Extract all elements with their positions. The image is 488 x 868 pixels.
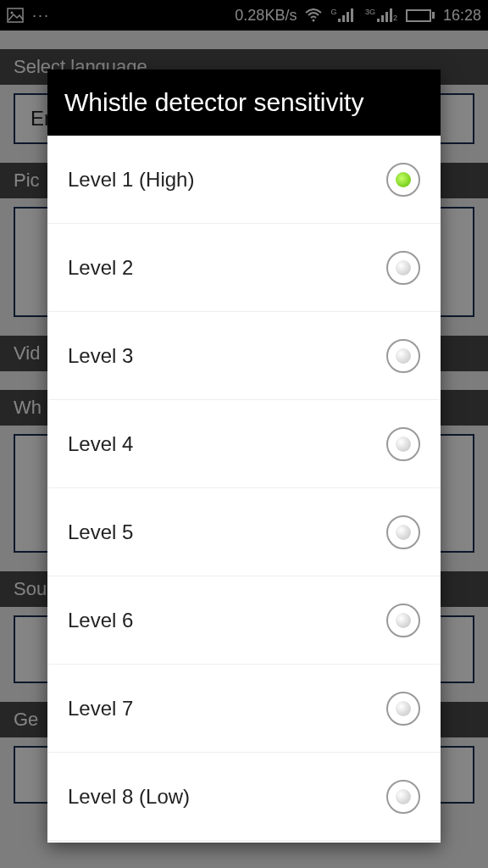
sensitivity-option-5[interactable]: Level 5 xyxy=(47,488,441,576)
option-label: Level 3 xyxy=(68,344,133,368)
radio-unselected-icon xyxy=(396,437,411,452)
option-label: Level 5 xyxy=(68,520,133,544)
sensitivity-option-8[interactable]: Level 8 (Low) xyxy=(47,753,441,841)
option-label: Level 4 xyxy=(68,432,133,456)
radio-button[interactable] xyxy=(386,692,420,726)
radio-unselected-icon xyxy=(396,260,411,275)
radio-button[interactable] xyxy=(386,251,420,285)
dialog-option-list: Level 1 (High)Level 2Level 3Level 4Level… xyxy=(47,136,441,843)
radio-selected-icon xyxy=(396,172,411,187)
sensitivity-option-7[interactable]: Level 7 xyxy=(47,665,441,753)
sensitivity-dialog: Whistle detector sensitivity Level 1 (Hi… xyxy=(47,70,441,843)
option-label: Level 1 (High) xyxy=(68,168,194,192)
radio-button[interactable] xyxy=(386,780,420,814)
radio-button[interactable] xyxy=(386,163,420,197)
radio-unselected-icon xyxy=(396,701,411,716)
sensitivity-option-3[interactable]: Level 3 xyxy=(47,312,441,400)
sensitivity-option-2[interactable]: Level 2 xyxy=(47,224,441,312)
radio-button[interactable] xyxy=(386,515,420,549)
option-label: Level 6 xyxy=(68,609,133,632)
radio-button[interactable] xyxy=(386,604,420,637)
sensitivity-option-6[interactable]: Level 6 xyxy=(47,576,441,665)
option-label: Level 8 (Low) xyxy=(68,785,190,809)
sensitivity-option-1[interactable]: Level 1 (High) xyxy=(47,136,441,224)
radio-button[interactable] xyxy=(386,427,420,461)
dialog-title: Whistle detector sensitivity xyxy=(47,70,441,136)
radio-unselected-icon xyxy=(396,348,411,364)
radio-unselected-icon xyxy=(396,613,411,628)
option-label: Level 7 xyxy=(68,697,133,721)
radio-unselected-icon xyxy=(396,525,411,540)
sensitivity-option-4[interactable]: Level 4 xyxy=(47,400,441,488)
radio-unselected-icon xyxy=(396,789,411,804)
radio-button[interactable] xyxy=(386,339,420,373)
option-label: Level 2 xyxy=(68,256,133,280)
